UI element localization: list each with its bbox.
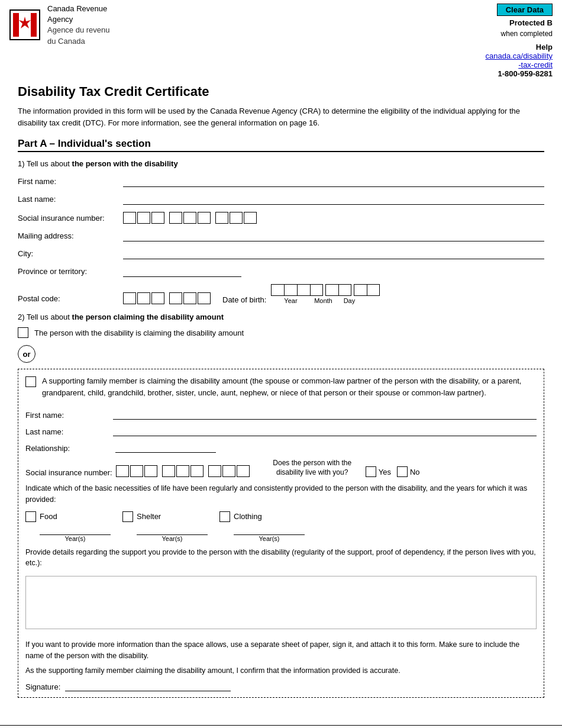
sin-input-group xyxy=(123,212,257,224)
dob-sub-labels: Year Month Day xyxy=(271,297,380,304)
first-name-label: First name: xyxy=(18,177,118,187)
dob-year-label: Year xyxy=(271,297,310,304)
no-checkbox[interactable] xyxy=(397,466,408,477)
sin-cell-3[interactable] xyxy=(151,212,164,224)
footer: T2201 E (22) (Ce formulaire est disponib… xyxy=(0,725,562,728)
dob-year-2[interactable] xyxy=(284,284,297,296)
postal-cell-4[interactable] xyxy=(169,292,182,304)
q1-prefix: 1) Tell us about xyxy=(18,159,72,168)
agency-fr-line2: du Canada xyxy=(47,37,85,46)
yes-group: Yes xyxy=(366,466,391,477)
clothing-years-input[interactable] xyxy=(234,524,305,535)
clothing-year-label: Year(s) xyxy=(234,535,305,542)
shelter-item: Shelter Year(s) xyxy=(122,511,208,542)
self-claim-checkbox[interactable] xyxy=(18,327,28,338)
dob-year-1[interactable] xyxy=(271,284,284,296)
city-input[interactable] xyxy=(123,249,544,259)
postal-cell-1[interactable] xyxy=(123,292,136,304)
food-years-input[interactable] xyxy=(40,524,111,535)
self-claim-row: The person with the disability is claimi… xyxy=(18,327,544,338)
inner-sin-label: Social insurance number: xyxy=(25,468,112,477)
dob-day-2[interactable] xyxy=(367,284,380,296)
sin-cell-6[interactable] xyxy=(198,212,211,224)
sin-cell-1[interactable] xyxy=(123,212,136,224)
sin-cell-2[interactable] xyxy=(137,212,150,224)
signature-row: Signature: xyxy=(25,681,537,691)
shelter-checkbox[interactable] xyxy=(122,511,133,522)
inner-last-name-row: Last name: xyxy=(25,426,537,436)
city-row: City: xyxy=(18,249,544,259)
provide-details-text: Provide details regarding the support yo… xyxy=(25,547,537,569)
dob-day-1[interactable] xyxy=(354,284,367,296)
relationship-sin-row: Relationship: xyxy=(25,442,537,453)
mailing-input[interactable] xyxy=(123,231,544,241)
agency-en-line2: Agency xyxy=(47,15,73,24)
inner-last-name-input[interactable] xyxy=(113,426,537,436)
clothing-checkbox[interactable] xyxy=(219,511,230,522)
inner-sin-1[interactable] xyxy=(116,465,129,477)
inner-sin-7[interactable] xyxy=(208,465,221,477)
q2-prefix: 2) Tell us about xyxy=(18,313,72,321)
attach-text: If you want to provide more information … xyxy=(25,639,537,662)
signature-input[interactable] xyxy=(65,681,231,691)
inner-sin-2[interactable] xyxy=(130,465,143,477)
inner-sin-6[interactable] xyxy=(190,465,204,477)
province-label: Province or territory: xyxy=(18,267,118,277)
yes-checkbox[interactable] xyxy=(366,466,376,477)
dob-month-label: Month xyxy=(310,297,336,304)
relationship-label: Relationship: xyxy=(25,444,108,453)
shelter-label: Shelter xyxy=(137,512,161,521)
protected-b-label: Protected B xyxy=(509,18,553,27)
clothing-top: Clothing xyxy=(219,511,262,522)
supporting-row: A supporting family member is claiming t… xyxy=(25,375,537,403)
inner-sin-4[interactable] xyxy=(162,465,175,477)
dob-cells: Year Month Day xyxy=(271,284,380,304)
canada-flag-logo xyxy=(9,9,40,40)
sin-cell-8[interactable] xyxy=(230,212,243,224)
inner-first-name-row: First name: xyxy=(25,409,537,420)
dob-year-3[interactable] xyxy=(297,284,310,296)
sin-cell-4[interactable] xyxy=(169,212,182,224)
help-phone: 1-800-959-8281 xyxy=(498,69,553,78)
live-with-group: Does the person with the disability live… xyxy=(265,459,420,477)
sin-cell-9[interactable] xyxy=(244,212,257,224)
relationship-input[interactable] xyxy=(115,442,216,453)
postal-cell-5[interactable] xyxy=(183,292,196,304)
inner-sin-5[interactable] xyxy=(176,465,189,477)
sin-label: Social insurance number: xyxy=(18,214,118,224)
q1-bold: the person with the disability xyxy=(72,159,178,168)
food-checkbox[interactable] xyxy=(25,511,36,522)
postal-cell-6[interactable] xyxy=(198,292,211,304)
details-textarea[interactable] xyxy=(25,576,537,629)
svg-rect-1 xyxy=(31,13,37,37)
inner-sin-group: Social insurance number: xyxy=(25,465,250,477)
agency-fr-line1: Agence du revenu xyxy=(47,25,110,34)
supporting-checkbox[interactable] xyxy=(25,376,36,387)
dob-year-4[interactable] xyxy=(310,284,323,296)
inner-first-name-input[interactable] xyxy=(113,409,537,420)
dob-month-1[interactable] xyxy=(325,284,338,296)
last-name-input[interactable] xyxy=(123,194,544,205)
top-right: Clear Data Protected B when completed He… xyxy=(486,4,553,78)
dob-month-2[interactable] xyxy=(338,284,351,296)
sin-cell-5[interactable] xyxy=(183,212,196,224)
shelter-years-input[interactable] xyxy=(137,524,208,535)
help-link[interactable]: canada.ca/disability-tax-credit xyxy=(486,51,553,69)
yes-label: Yes xyxy=(379,468,391,476)
province-input[interactable] xyxy=(123,266,241,277)
clear-data-button[interactable]: Clear Data xyxy=(497,4,553,16)
self-claim-text: The person with the disability is claimi… xyxy=(34,328,244,337)
food-year-label: Year(s) xyxy=(40,535,111,542)
inner-sin-8[interactable] xyxy=(222,465,235,477)
sin-cell-7[interactable] xyxy=(215,212,228,224)
food-top: Food xyxy=(25,511,57,522)
inner-sin-9[interactable] xyxy=(237,465,250,477)
help-title: Help xyxy=(486,43,553,51)
postal-cell-2[interactable] xyxy=(137,292,150,304)
inner-last-name-label: Last name: xyxy=(25,427,108,436)
inner-sin-3[interactable] xyxy=(144,465,157,477)
postal-cell-3[interactable] xyxy=(151,292,164,304)
form-title: Disability Tax Credit Certificate xyxy=(18,84,544,99)
dob-label: Date of birth: xyxy=(222,295,266,304)
first-name-input[interactable] xyxy=(123,176,544,187)
